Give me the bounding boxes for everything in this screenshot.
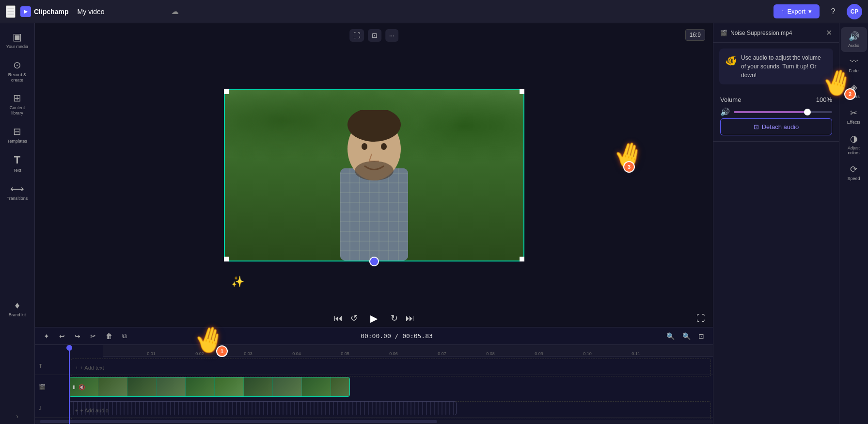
your-media-icon: ▣ (13, 31, 22, 43)
rsb-item-adjust-colors[interactable]: ◑ Adjust colors (841, 130, 867, 159)
clip-audio-icon[interactable]: 🔇 (79, 384, 85, 390)
frame-corner-tl (224, 89, 229, 94)
rsb-item-filters[interactable]: ◈ Filters (841, 78, 867, 103)
volume-icon: 🔊 (720, 107, 730, 116)
sidebar-item-your-media[interactable]: ▣ Your media (2, 27, 33, 53)
skip-forward-button[interactable]: ⏭ (406, 313, 414, 324)
detach-audio-button[interactable]: ⊡ Detach audio (720, 118, 832, 135)
video-clip[interactable]: ⏸ 🔇 (69, 377, 350, 397)
ruler-mark-11: 0:11 (631, 351, 640, 356)
panel-close-button[interactable]: ✕ (826, 28, 832, 37)
cut-button[interactable]: ✂ (87, 331, 99, 342)
resize-button[interactable]: ⊡ (368, 29, 381, 42)
brand-logo: ▶ Clipchamp (20, 6, 69, 17)
logo-icon: ▶ (20, 6, 31, 17)
add-clip-button[interactable]: ✦ (41, 331, 52, 342)
duplicate-button[interactable]: ⧉ (119, 330, 130, 342)
preview-toolbar: ⛶ ⊡ ··· (349, 29, 399, 42)
playback-bar: ⏮ ↺ ▶ ↻ ⏭ ⛶ (35, 310, 713, 327)
skip-back-button[interactable]: ⏮ (334, 313, 343, 324)
sidebar-label-templates: Templates (7, 139, 27, 144)
frame-center-handle[interactable] (369, 257, 379, 266)
clip-thumbnail-9 (302, 377, 331, 396)
video-title-input[interactable] (74, 6, 166, 17)
video-track-label: 🎬 (35, 384, 69, 390)
clip-thumbnail-7 (244, 377, 273, 396)
sidebar-item-transitions[interactable]: ⟷ Transitions (2, 179, 33, 205)
delete-button[interactable]: 🗑 (103, 331, 115, 342)
export-button[interactable]: ↑ Export ▾ (773, 4, 820, 18)
video-placeholder (225, 90, 523, 261)
left-sidebar: ▣ Your media ⊙ Record & create ⊞ Content… (0, 23, 35, 424)
volume-slider[interactable] (734, 111, 832, 113)
rsb-item-effects[interactable]: ✂ Effects (841, 104, 867, 129)
clip-thumbnail-4 (157, 377, 186, 396)
clip-thumbnail-10 (331, 377, 349, 396)
crop-button[interactable]: ⛶ (349, 29, 364, 42)
transitions-icon: ⟷ (10, 183, 24, 195)
fit-timeline-button[interactable]: ⊡ (695, 331, 707, 342)
user-avatar-button[interactable]: CP (847, 4, 862, 19)
record-create-icon: ⊙ (13, 59, 21, 71)
ruler-mark-1: 0:01 (147, 351, 156, 356)
audio-track-body: + + Add audio (69, 399, 713, 417)
speed-tab-label: Speed (847, 176, 860, 181)
sidebar-expand-icon[interactable]: › (16, 412, 18, 420)
timeline-ruler: 0:01 0:02 0:03 0:04 0:05 0:06 0:07 0:08 … (35, 345, 713, 357)
zoom-out-button[interactable]: 🔍 (663, 331, 678, 342)
undo-button[interactable]: ↩ (56, 331, 68, 342)
timeline-scrollbar[interactable] (35, 420, 713, 424)
clip-thumbnail-3 (127, 377, 157, 396)
menu-button[interactable]: ☰ (6, 5, 16, 18)
topbar-right: ↑ Export ▾ ? CP (773, 4, 862, 19)
play-button[interactable]: ▶ (365, 310, 383, 327)
audio-track-label: ♩ (35, 405, 69, 411)
clip-pause-icon[interactable]: ⏸ (71, 384, 77, 390)
detach-label: Detach audio (762, 123, 799, 130)
sidebar-item-templates[interactable]: ⊟ Templates (2, 122, 33, 148)
export-label: Export (787, 8, 805, 15)
rewind-button[interactable]: ↺ (350, 313, 358, 324)
redo-button[interactable]: ↪ (72, 331, 83, 342)
more-button[interactable]: ··· (385, 29, 399, 42)
rsb-item-speed[interactable]: ⟳ Speed (841, 160, 867, 185)
volume-thumb[interactable] (804, 109, 811, 115)
sidebar-item-record-create[interactable]: ⊙ Record & create (2, 55, 33, 87)
sidebar-item-text[interactable]: T Text (2, 150, 33, 177)
add-text-button[interactable]: + + Add text (71, 359, 711, 376)
fullscreen-button[interactable]: ⛶ (696, 313, 705, 324)
detach-icon: ⊡ (754, 123, 759, 130)
clip-controls: ⏸ 🔇 (71, 384, 85, 390)
audio-icon: 🔊 (849, 31, 859, 42)
fade-icon: 〰 (850, 57, 858, 67)
fade-tab-label: Fade (849, 68, 859, 73)
volume-label: Volume (720, 96, 741, 103)
audio-tab-label: Audio (848, 43, 859, 48)
effects-icon: ✂ (850, 108, 857, 118)
timeline-playhead[interactable] (69, 345, 70, 424)
sidebar-item-brand-kit[interactable]: ♦ Brand kit (2, 296, 33, 322)
ruler-mark-7: 0:07 (438, 351, 446, 356)
preview-container: ⛶ ⊡ ··· 16:9 (35, 23, 713, 327)
timecode-display: 00:00.00 / 00:05.83 (134, 332, 660, 340)
magic-compose-icon[interactable]: ✨ (231, 276, 244, 288)
help-button[interactable]: ? (825, 4, 841, 19)
clip-thumbnail-2 (98, 377, 127, 396)
timeline-content: 0:01 0:02 0:03 0:04 0:05 0:06 0:07 0:08 … (35, 345, 713, 424)
clip-thumbnail-6 (215, 377, 244, 396)
adjust-colors-tab-label: Adjust colors (843, 146, 865, 155)
scrollbar-thumb[interactable] (40, 420, 437, 423)
ruler-mark-2: 0:02 (195, 351, 204, 356)
rsb-item-audio[interactable]: 🔊 Audio (841, 27, 867, 52)
ruler-container: 0:01 0:02 0:03 0:04 0:05 0:06 0:07 0:08 … (103, 345, 713, 357)
zoom-in-button[interactable]: 🔍 (679, 331, 694, 342)
video-frame[interactable] (224, 89, 524, 261)
rsb-item-fade[interactable]: 〰 Fade (841, 53, 867, 77)
forward-button[interactable]: ↻ (391, 313, 398, 324)
filters-tab-label: Filters (848, 94, 860, 99)
file-icon: 🎬 (720, 30, 727, 36)
timeline-area: ✦ ↩ ↪ ✂ 🗑 ⧉ 00:00.00 / 00:05.83 🔍 🔍 ⊡ (35, 327, 713, 424)
export-icon: ↑ (781, 8, 785, 15)
sidebar-label-your-media: Your media (6, 44, 28, 49)
sidebar-item-content-library[interactable]: ⊞ Content library (2, 88, 33, 120)
